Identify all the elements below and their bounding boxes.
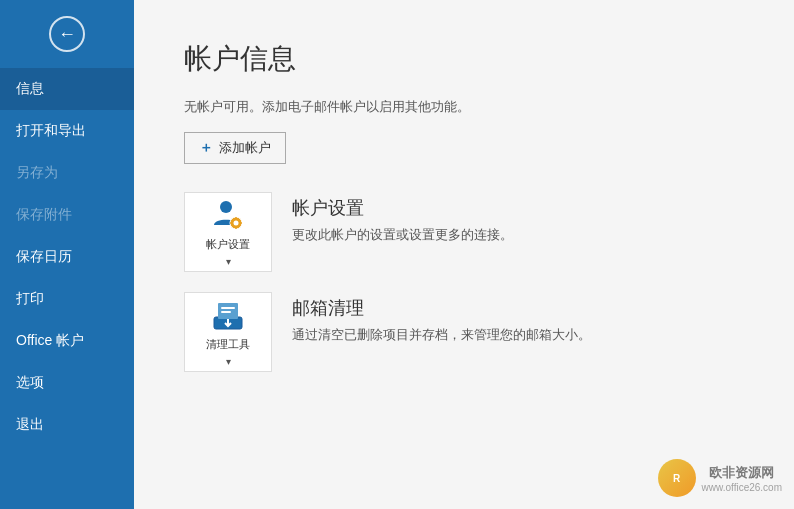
account-settings-desc: 更改此帐户的设置或设置更多的连接。 (292, 226, 513, 244)
account-settings-title: 帐户设置 (292, 196, 513, 220)
sidebar-item-save-as-label: 另存为 (16, 164, 58, 180)
sidebar-item-info[interactable]: 信息 (0, 68, 134, 110)
sidebar-item-save-calendar[interactable]: 保存日历 (0, 236, 134, 278)
account-settings-icon-box[interactable]: 帐户设置 ▾ (184, 192, 272, 272)
sidebar-item-options-label: 选项 (16, 374, 44, 390)
sidebar-item-options[interactable]: 选项 (0, 362, 134, 404)
sidebar: ← 信息 打开和导出 另存为 保存附件 保存日历 打印 Office 帐户 选项… (0, 0, 134, 509)
svg-point-2 (234, 221, 239, 226)
account-settings-card-label: 帐户设置 (206, 237, 250, 252)
account-subtitle: 无帐户可用。添加电子邮件帐户以启用其他功能。 (184, 98, 744, 116)
add-account-button[interactable]: ＋ 添加帐户 (184, 132, 286, 164)
sidebar-item-exit-label: 退出 (16, 416, 44, 432)
svg-point-0 (220, 201, 232, 213)
main-content: 帐户信息 无帐户可用。添加电子邮件帐户以启用其他功能。 ＋ 添加帐户 (134, 0, 794, 509)
mailbox-cleanup-icon (210, 297, 246, 333)
mailbox-cleanup-card-label: 清理工具 (206, 337, 250, 352)
svg-rect-6 (239, 222, 242, 224)
mailbox-cleanup-title: 邮箱清理 (292, 296, 591, 320)
mailbox-cleanup-dropdown-icon: ▾ (226, 356, 231, 367)
sidebar-item-office-account[interactable]: Office 帐户 (0, 320, 134, 362)
sidebar-item-save-calendar-label: 保存日历 (16, 248, 72, 264)
back-arrow-icon: ← (58, 24, 76, 45)
sidebar-item-save-attachment: 保存附件 (0, 194, 134, 236)
svg-rect-10 (221, 307, 235, 309)
account-settings-info: 帐户设置 更改此帐户的设置或设置更多的连接。 (292, 192, 513, 244)
back-button[interactable]: ← (0, 0, 134, 68)
sidebar-item-info-label: 信息 (16, 80, 44, 96)
back-circle-icon[interactable]: ← (49, 16, 85, 52)
sidebar-item-print[interactable]: 打印 (0, 278, 134, 320)
account-settings-dropdown-icon: ▾ (226, 256, 231, 267)
svg-rect-11 (221, 311, 231, 313)
mailbox-cleanup-info: 邮箱清理 通过清空已删除项目并存档，来管理您的邮箱大小。 (292, 292, 591, 344)
sidebar-item-save-as: 另存为 (0, 152, 134, 194)
mailbox-cleanup-card: 清理工具 ▾ 邮箱清理 通过清空已删除项目并存档，来管理您的邮箱大小。 (184, 292, 744, 372)
account-settings-icon (210, 197, 246, 233)
sidebar-item-exit[interactable]: 退出 (0, 404, 134, 446)
sidebar-item-print-label: 打印 (16, 290, 44, 306)
add-account-label: 添加帐户 (219, 139, 271, 157)
sidebar-item-office-account-label: Office 帐户 (16, 332, 84, 348)
page-title: 帐户信息 (184, 40, 744, 78)
plus-icon: ＋ (199, 139, 213, 157)
account-settings-card: 帐户设置 ▾ 帐户设置 更改此帐户的设置或设置更多的连接。 (184, 192, 744, 272)
svg-rect-4 (235, 226, 237, 229)
sidebar-item-save-attachment-label: 保存附件 (16, 206, 72, 222)
svg-rect-5 (230, 222, 233, 224)
svg-rect-3 (235, 217, 237, 220)
mailbox-cleanup-desc: 通过清空已删除项目并存档，来管理您的邮箱大小。 (292, 326, 591, 344)
sidebar-item-open-export[interactable]: 打开和导出 (0, 110, 134, 152)
sidebar-item-open-export-label: 打开和导出 (16, 122, 86, 138)
mailbox-cleanup-icon-box[interactable]: 清理工具 ▾ (184, 292, 272, 372)
